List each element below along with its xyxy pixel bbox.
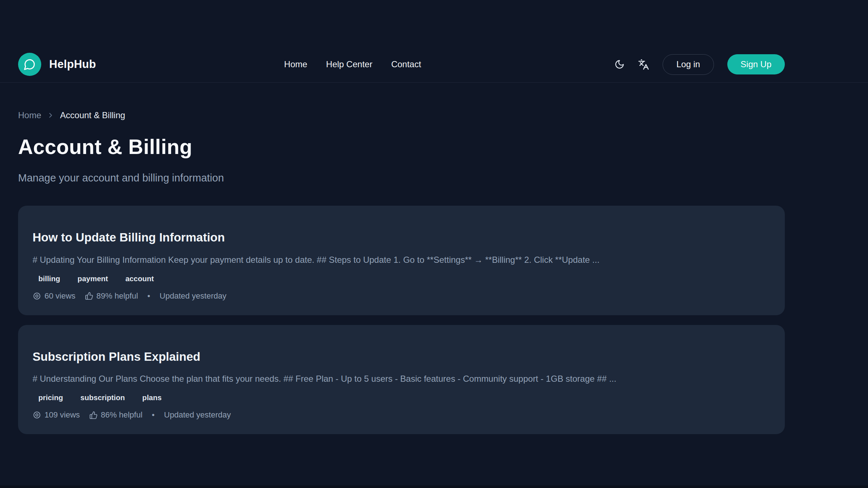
tag[interactable]: account <box>120 273 160 284</box>
meta-separator: • <box>152 410 155 420</box>
article-tags: pricing subscription plans <box>33 392 770 403</box>
helpful-meta: 86% helpful <box>89 410 142 420</box>
views-count: 109 views <box>44 410 80 420</box>
nav-link-contact[interactable]: Contact <box>391 59 421 69</box>
views-meta: 109 views <box>33 410 80 420</box>
thumbs-up-icon <box>89 411 98 419</box>
languages-icon <box>638 59 649 70</box>
moon-icon <box>614 59 625 69</box>
tag[interactable]: plans <box>136 392 167 403</box>
breadcrumb-current: Account & Billing <box>60 110 125 120</box>
views-meta: 60 views <box>33 291 76 301</box>
article-excerpt: # Updating Your Billing Information Keep… <box>33 254 770 265</box>
brand-logo[interactable]: HelpHub <box>18 53 96 76</box>
article-meta: 109 views 86% helpful • Updated yesterda… <box>33 410 770 420</box>
login-button[interactable]: Log in <box>663 54 714 75</box>
nav-link-home[interactable]: Home <box>284 59 307 69</box>
page-title: Account & Billing <box>18 136 785 158</box>
tag[interactable]: pricing <box>33 392 69 403</box>
thumbs-up-icon <box>85 292 93 300</box>
tag[interactable]: billing <box>33 273 66 284</box>
helpful-percent: 89% helpful <box>97 291 138 301</box>
signup-button[interactable]: Sign Up <box>727 54 785 74</box>
page-subtitle: Manage your account and billing informat… <box>18 172 785 184</box>
eye-icon <box>33 292 41 300</box>
main-nav: Home Help Center Contact <box>284 59 421 69</box>
theme-toggle-button[interactable] <box>614 59 625 69</box>
article-card[interactable]: How to Update Billing Information # Upda… <box>18 206 785 315</box>
brand-name: HelpHub <box>49 58 96 71</box>
chevron-right-icon <box>47 111 55 119</box>
views-count: 60 views <box>44 291 76 301</box>
nav-link-help-center[interactable]: Help Center <box>326 59 373 69</box>
tag[interactable]: subscription <box>75 392 131 403</box>
article-list: How to Update Billing Information # Upda… <box>18 206 785 434</box>
breadcrumb-home-link[interactable]: Home <box>18 110 41 120</box>
helpful-meta: 89% helpful <box>85 291 138 301</box>
eye-icon <box>33 411 41 419</box>
article-excerpt: # Understanding Our Plans Choose the pla… <box>33 373 770 384</box>
navbar-row: HelpHub Home Help Center Contact <box>18 53 785 76</box>
language-toggle-button[interactable] <box>638 59 649 70</box>
article-card[interactable]: Subscription Plans Explained # Understan… <box>18 325 785 435</box>
page-content: Home Account & Billing Account & Billing… <box>0 110 868 434</box>
footer-edge <box>0 485 868 488</box>
updated-text: Updated yesterday <box>159 291 226 301</box>
breadcrumb: Home Account & Billing <box>18 110 785 120</box>
navbar-actions: Log in Sign Up <box>614 54 785 75</box>
article-tags: billing payment account <box>33 273 770 284</box>
article-meta: 60 views 89% helpful • Updated yesterday <box>33 291 770 301</box>
top-navbar: HelpHub Home Help Center Contact <box>0 0 868 83</box>
article-title: How to Update Billing Information <box>33 231 770 244</box>
updated-text: Updated yesterday <box>164 410 231 420</box>
chat-bubble-icon <box>18 53 41 76</box>
meta-separator: • <box>148 291 150 301</box>
tag[interactable]: payment <box>72 273 114 284</box>
article-title: Subscription Plans Explained <box>33 350 770 364</box>
helpful-percent: 86% helpful <box>101 410 142 420</box>
